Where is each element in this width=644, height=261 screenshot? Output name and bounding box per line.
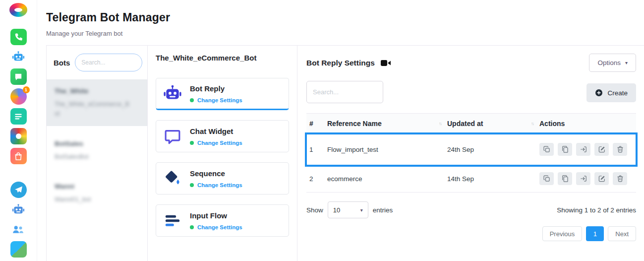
header-label: Updated at bbox=[447, 120, 483, 128]
change-settings-link[interactable]: Change Settings bbox=[197, 97, 242, 103]
module-label: Sequence bbox=[190, 169, 225, 178]
sort-icon[interactable]: ↑↓ bbox=[531, 121, 533, 126]
chatbot-icon[interactable] bbox=[10, 49, 27, 65]
selected-bot-title: The_White_eCommerce_Bot bbox=[156, 54, 289, 62]
module-card-sequence[interactable]: Sequence Change Settings bbox=[156, 162, 289, 195]
header-label: Reference Name bbox=[327, 120, 382, 128]
app-root: 1 Telegram Bot Manager Manage your Teleg… bbox=[0, 0, 644, 261]
page-header: Telegram Bot Manager Manage your Telegra… bbox=[37, 0, 644, 45]
bot-username: BotSalesBot bbox=[55, 152, 130, 162]
status-dot bbox=[190, 183, 194, 187]
row-actions bbox=[536, 172, 636, 185]
video-tutorial-icon[interactable] bbox=[381, 60, 391, 66]
whatsapp-icon[interactable] bbox=[10, 29, 27, 45]
duplicate-button[interactable] bbox=[539, 143, 554, 156]
plus-circle-icon bbox=[595, 89, 603, 97]
chat-widget-icon bbox=[163, 127, 182, 146]
settings-title: Bot Reply Settings bbox=[306, 59, 375, 67]
bot-list-item[interactable]: Wanni Wanni01_bot bbox=[47, 175, 147, 211]
chevron-down-icon: ▾ bbox=[625, 60, 628, 65]
bot-list-item[interactable]: BotSales BotSalesBot bbox=[47, 132, 147, 169]
create-label: Create bbox=[607, 89, 628, 97]
options-button[interactable]: Options ▾ bbox=[589, 54, 636, 72]
sequence-icon bbox=[163, 169, 182, 189]
module-label: Input Flow bbox=[190, 211, 227, 220]
table-row[interactable]: 1 Flow_import_test 24th Sep bbox=[306, 134, 636, 165]
messenger-icon[interactable]: 1 bbox=[10, 88, 27, 105]
header-updated-at[interactable]: Updated at ↑↓ bbox=[444, 120, 536, 128]
page-subtitle: Manage your Telegram bot bbox=[46, 30, 632, 37]
create-button[interactable]: Create bbox=[586, 83, 636, 102]
bot-list-item[interactable]: The_White The_White_eCommerce_Bot bbox=[47, 79, 147, 126]
row-updated-at: 14th Sep bbox=[444, 175, 536, 183]
module-card-bot-reply[interactable]: Bot Reply Change Settings bbox=[156, 78, 289, 110]
row-updated-at: 24th Sep bbox=[444, 146, 536, 153]
bot-name: BotSales bbox=[55, 140, 83, 147]
bots-search-input[interactable] bbox=[75, 54, 142, 71]
entries-summary: Showing 1 to 2 of 2 entries bbox=[557, 206, 636, 214]
duplicate-button[interactable] bbox=[539, 172, 554, 185]
next-page-button[interactable]: Next bbox=[608, 226, 636, 241]
bot-name: The_White bbox=[55, 87, 88, 95]
row-reference-name: ecommerce bbox=[324, 175, 444, 183]
show-label: Show bbox=[306, 206, 323, 214]
row-num: 2 bbox=[306, 175, 324, 183]
copy-button[interactable] bbox=[558, 143, 572, 156]
whatsapp-business-icon[interactable] bbox=[10, 68, 27, 85]
edit-button[interactable] bbox=[594, 143, 609, 156]
previous-page-button[interactable]: Previous bbox=[542, 226, 583, 241]
status-dot bbox=[190, 98, 194, 102]
options-label: Options bbox=[597, 59, 621, 66]
bot-modules-panel: The_White_eCommerce_Bot Bot Reply Change… bbox=[148, 46, 297, 261]
edit-button[interactable] bbox=[594, 172, 609, 185]
row-num: 1 bbox=[306, 146, 324, 153]
chat-lines-icon[interactable] bbox=[10, 108, 27, 125]
change-settings-link[interactable]: Change Settings bbox=[197, 224, 242, 230]
input-flow-icon bbox=[163, 211, 182, 231]
workspace: Bots The_White The_White_eCommerce_Bot B… bbox=[46, 45, 644, 261]
copy-button[interactable] bbox=[558, 172, 572, 185]
export-button[interactable] bbox=[576, 172, 590, 185]
pagination: Previous 1 Next bbox=[306, 226, 636, 241]
chatbot-alt-icon[interactable] bbox=[10, 201, 27, 218]
bots-panel-title: Bots bbox=[54, 59, 70, 67]
export-button[interactable] bbox=[576, 143, 590, 156]
app-logo-icon[interactable] bbox=[9, 3, 27, 17]
bot-reply-table: # Reference Name ↑↓ Updated at ↑↓ Action… bbox=[306, 113, 636, 193]
status-dot bbox=[190, 225, 194, 229]
row-actions bbox=[536, 143, 636, 156]
table-row[interactable]: 2 ecommerce 14th Sep bbox=[306, 165, 636, 193]
page-size-select[interactable]: 10 ▾ bbox=[328, 201, 368, 218]
bot-reply-settings-panel: Bot Reply Settings Options ▾ Create bbox=[297, 46, 644, 261]
change-settings-link[interactable]: Change Settings bbox=[197, 182, 242, 188]
change-settings-link[interactable]: Change Settings bbox=[197, 140, 242, 146]
table-search-input[interactable] bbox=[306, 81, 383, 103]
notification-badge: 1 bbox=[23, 86, 30, 93]
team-icon[interactable] bbox=[10, 221, 27, 238]
module-label: Chat Widget bbox=[190, 127, 233, 135]
main-content: Telegram Bot Manager Manage your Telegra… bbox=[37, 0, 644, 261]
page-title: Telegram Bot Manager bbox=[46, 11, 632, 24]
shop-bag-icon[interactable] bbox=[10, 148, 27, 164]
module-card-chat-widget[interactable]: Chat Widget Change Settings bbox=[156, 120, 289, 152]
row-reference-name: Flow_import_test bbox=[324, 146, 444, 153]
telegram-icon[interactable] bbox=[10, 182, 27, 198]
page-size-value: 10 bbox=[333, 206, 340, 214]
table-header-row: # Reference Name ↑↓ Updated at ↑↓ Action… bbox=[306, 113, 636, 134]
bots-panel: Bots The_White The_White_eCommerce_Bot B… bbox=[46, 46, 148, 261]
color-app-icon[interactable] bbox=[10, 128, 27, 144]
current-page-button[interactable]: 1 bbox=[586, 226, 604, 241]
header-reference-name[interactable]: Reference Name ↑↓ bbox=[324, 120, 444, 128]
sort-icon[interactable]: ↑↓ bbox=[439, 121, 441, 126]
delete-button[interactable] bbox=[613, 172, 627, 185]
status-dot bbox=[190, 141, 194, 145]
header-num: # bbox=[306, 120, 324, 128]
header-actions: Actions bbox=[536, 120, 636, 128]
delete-button[interactable] bbox=[613, 143, 627, 156]
chevron-down-icon: ▾ bbox=[360, 207, 363, 213]
bot-username: Wanni01_bot bbox=[55, 195, 130, 204]
module-label: Bot Reply bbox=[190, 84, 225, 93]
module-card-input-flow[interactable]: Input Flow Change Settings bbox=[156, 204, 289, 237]
bottom-app-icon[interactable] bbox=[10, 241, 27, 258]
entries-label: entries bbox=[373, 206, 393, 214]
